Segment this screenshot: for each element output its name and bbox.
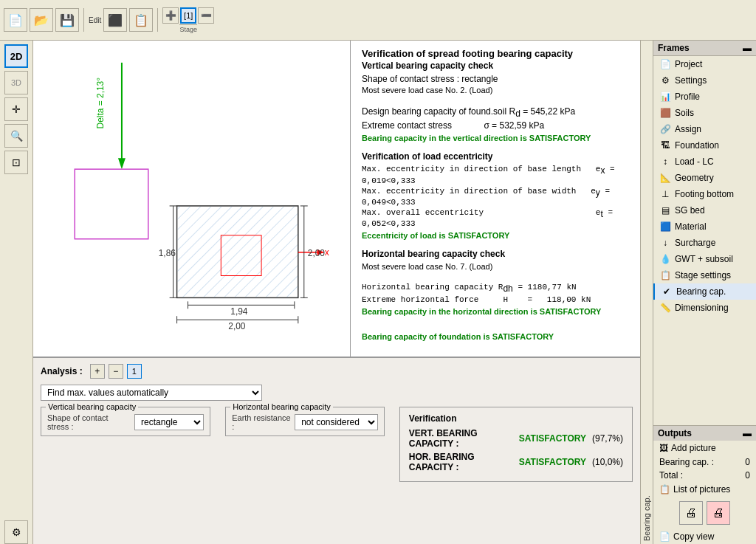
svg-text:1,86: 1,86 xyxy=(159,248,176,258)
frame-gwt-subsoil-label: GWT + subsoil xyxy=(675,254,733,264)
print-btn-2[interactable]: 🖨 xyxy=(707,501,730,525)
horiz-verif-label: HOR. BEARING CAPACITY : xyxy=(409,452,513,472)
shape-label: Shape of contact stress : xyxy=(47,413,131,431)
vert-satisfactory: Bearing capacity in the vertical directi… xyxy=(362,134,629,142)
bearing-cap-label: Bearing cap. xyxy=(640,41,653,544)
frame-gwt-subsoil[interactable]: 💧 GWT + subsoil xyxy=(653,251,756,267)
assign-icon: 🔗 xyxy=(659,123,671,135)
horiz-verif-result: SATISFACTORY xyxy=(519,457,586,467)
view-3d-button[interactable]: 3D xyxy=(4,71,28,94)
view-2d-button[interactable]: 2D xyxy=(4,44,28,68)
extreme-contact-text: Extreme contact stress σ = 532,59 kPa xyxy=(362,120,629,131)
drawing-canvas: Delta = 2,13° xyxy=(33,41,351,357)
frame-material[interactable]: 🟦 Material xyxy=(653,218,756,235)
frame-bearing-cap[interactable]: ✔ Bearing cap. xyxy=(653,283,756,300)
frame-geometry-label: Geometry xyxy=(675,173,714,183)
save-button[interactable]: 💾 xyxy=(55,8,79,32)
zoom-button[interactable]: 🔍 xyxy=(4,124,28,148)
horiz-bearing-group: Horizontal bearing capacity Earth resist… xyxy=(225,407,385,436)
svg-rect-6 xyxy=(178,207,298,297)
project-icon: 📄 xyxy=(659,58,671,70)
new-button[interactable]: 📄 xyxy=(4,8,27,32)
shape-row: Shape of contact stress : rectangle xyxy=(47,413,204,431)
frame-geometry[interactable]: 📐 Geometry xyxy=(653,170,756,186)
fit-button[interactable]: ⊡ xyxy=(4,151,28,174)
analysis-label: Analysis : xyxy=(41,366,83,376)
frame-material-label: Material xyxy=(675,221,707,232)
shape-dropdown[interactable]: rectangle xyxy=(134,414,204,430)
frame-assign-label: Assign xyxy=(675,124,701,134)
foundation-satisfactory: Bearing capacity of foundation is SATISF… xyxy=(362,332,629,341)
list-pictures-btn[interactable]: 📋 List of pictures xyxy=(653,482,756,497)
print-btn-1[interactable]: 🖨 xyxy=(679,501,703,525)
results-title: Verification of spread footing bearing c… xyxy=(362,48,629,59)
analysis-num-badge: 1 xyxy=(127,364,142,379)
stage-add-btn[interactable]: ➕ xyxy=(162,7,179,24)
analysis-remove-btn[interactable]: − xyxy=(109,364,123,379)
frame-load-lc[interactable]: ↕ Load - LC xyxy=(653,154,756,170)
svg-text:1,94: 1,94 xyxy=(230,306,248,317)
verification-box: Verification VERT. BEARING CAPACITY : SA… xyxy=(399,407,633,482)
frame-settings-label: Settings xyxy=(675,75,707,86)
horiz-title: Horizontal bearing capacity check xyxy=(362,249,629,259)
frame-stage-settings[interactable]: 📋 Stage settings xyxy=(653,267,756,283)
frame-foundation[interactable]: 🏗 Foundation xyxy=(653,137,756,154)
add-picture-btn[interactable]: 🖼 Add picture xyxy=(653,441,756,455)
svg-rect-3 xyxy=(75,169,148,239)
outputs-collapse[interactable]: ▬ xyxy=(743,428,752,438)
outputs-header: Outputs ▬ xyxy=(653,426,756,441)
ecc-satisfactory: Eccentricity of load is SATISFACTORY xyxy=(362,231,629,240)
analysis-add-btn[interactable]: + xyxy=(90,364,105,379)
results-subtitle: Vertical bearing capacity check xyxy=(362,61,629,71)
right-sidebar: Frames ▬ 📄 Project ⚙ Settings 📊 Profile … xyxy=(653,41,756,544)
vert-bearing-group: Vertical bearing capacity Shape of conta… xyxy=(41,407,210,436)
stage-remove-btn[interactable]: ➖ xyxy=(198,7,214,24)
copy-view-label: Copy view xyxy=(673,531,714,542)
edit-btn1[interactable]: ⬛ xyxy=(103,8,127,32)
settings-button[interactable]: ⚙ xyxy=(4,520,28,544)
content-area: Delta = 2,13° xyxy=(33,41,640,544)
frame-project[interactable]: 📄 Project xyxy=(653,56,756,72)
frame-dimensioning[interactable]: 📏 Dimensioning xyxy=(653,300,756,316)
verif-title: Verification xyxy=(409,413,623,424)
outputs-title: Outputs xyxy=(658,428,692,438)
frame-soils[interactable]: 🟫 Soils xyxy=(653,105,756,121)
svg-marker-1 xyxy=(118,158,126,169)
dimensioning-icon: 📏 xyxy=(659,302,671,314)
frame-sg-bed[interactable]: ▤ SG bed xyxy=(653,202,756,218)
move-button[interactable]: ✛ xyxy=(4,97,28,121)
frames-collapse[interactable]: ▬ xyxy=(743,43,752,53)
frame-settings[interactable]: ⚙ Settings xyxy=(653,72,756,89)
earth-dropdown[interactable]: not considered xyxy=(295,414,378,430)
ecc-width-text: Max. eccentricity in direction of base w… xyxy=(362,187,629,207)
ecc-length-text: Max. eccentricity in direction of base l… xyxy=(362,165,629,185)
add-picture-label: Add picture xyxy=(671,443,716,453)
surcharge-icon: ↓ xyxy=(659,237,671,249)
horiz-section: Horizontal bearing capacity check Most s… xyxy=(362,249,629,341)
bearing-cap-output-value: 0 xyxy=(745,457,750,467)
svg-text:2,00: 2,00 xyxy=(308,248,326,258)
vert-bearing-section: Verification of spread footing bearing c… xyxy=(362,48,629,142)
frame-profile[interactable]: 📊 Profile xyxy=(653,89,756,105)
frame-profile-label: Profile xyxy=(675,92,700,102)
sg-bed-icon: ▤ xyxy=(659,204,671,216)
find-max-dropdown[interactable]: Find max. values automatically xyxy=(41,385,262,401)
frame-soils-label: Soils xyxy=(675,108,694,118)
main-layout: 2D 3D ✛ 🔍 ⊡ ⚙ Delta = 2,13° xyxy=(0,41,756,544)
copy-view-icon: 📄 xyxy=(659,531,670,542)
copy-view-btn[interactable]: 📄 Copy view xyxy=(653,529,756,544)
frame-surcharge-label: Surcharge xyxy=(675,238,715,248)
outputs-section: Outputs ▬ 🖼 Add picture Bearing cap. : 0… xyxy=(653,425,756,544)
settings-icon: ⚙ xyxy=(659,75,671,86)
add-picture-icon: 🖼 xyxy=(659,443,668,453)
frame-assign[interactable]: 🔗 Assign xyxy=(653,121,756,137)
frames-header: Frames ▬ xyxy=(653,41,756,56)
soils-icon: 🟫 xyxy=(659,107,671,119)
earth-label: Earth resistance : xyxy=(232,413,291,431)
frame-footing-bottom[interactable]: ⊥ Footing bottom xyxy=(653,186,756,202)
edit-btn2[interactable]: 📋 xyxy=(129,8,153,32)
frame-surcharge[interactable]: ↓ Surcharge xyxy=(653,235,756,251)
stage-num-btn[interactable]: [1] xyxy=(180,7,196,24)
horiz-extreme-text: Extreme horizontal force H = 118,00 kN xyxy=(362,295,629,304)
open-button[interactable]: 📂 xyxy=(30,8,53,32)
